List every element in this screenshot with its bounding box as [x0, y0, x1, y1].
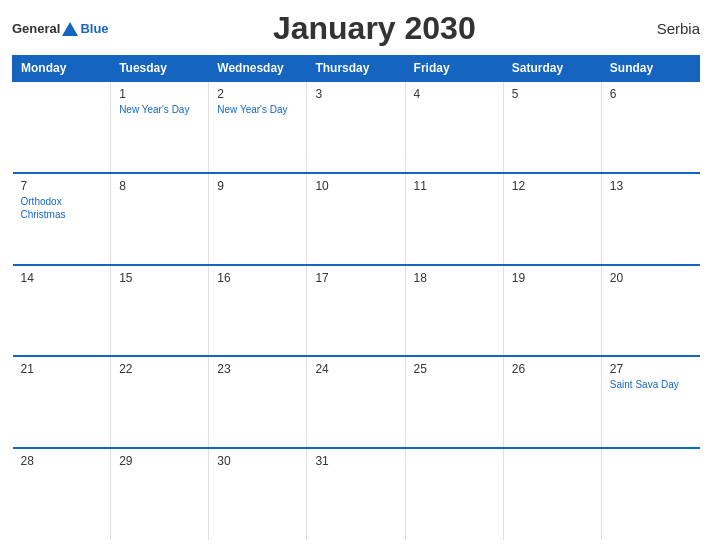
day-cell: 24 [307, 356, 405, 448]
day-number: 5 [512, 87, 593, 101]
day-number: 12 [512, 179, 593, 193]
day-number: 10 [315, 179, 396, 193]
weekday-header-friday: Friday [405, 56, 503, 82]
day-number: 27 [610, 362, 692, 376]
weekday-header-row: MondayTuesdayWednesdayThursdayFridaySatu… [13, 56, 700, 82]
day-number: 11 [414, 179, 495, 193]
day-cell [503, 448, 601, 540]
day-cell: 5 [503, 81, 601, 173]
day-number: 31 [315, 454, 396, 468]
day-cell: 23 [209, 356, 307, 448]
logo-triangle-icon [62, 22, 78, 36]
weekday-header-tuesday: Tuesday [111, 56, 209, 82]
week-row-2: 14151617181920 [13, 265, 700, 357]
country-name: Serbia [640, 20, 700, 37]
day-number: 7 [21, 179, 103, 193]
day-number: 2 [217, 87, 298, 101]
day-number: 17 [315, 271, 396, 285]
day-number: 13 [610, 179, 692, 193]
day-cell: 31 [307, 448, 405, 540]
header: General Blue January 2030 Serbia [12, 10, 700, 47]
day-cell: 9 [209, 173, 307, 265]
weekday-header-sunday: Sunday [601, 56, 699, 82]
day-number: 3 [315, 87, 396, 101]
day-cell: 8 [111, 173, 209, 265]
day-cell: 20 [601, 265, 699, 357]
day-number: 16 [217, 271, 298, 285]
day-cell: 7Orthodox Christmas [13, 173, 111, 265]
day-cell: 18 [405, 265, 503, 357]
calendar-container: General Blue January 2030 Serbia MondayT… [0, 0, 712, 550]
day-cell: 11 [405, 173, 503, 265]
weekday-header-thursday: Thursday [307, 56, 405, 82]
logo-general-text: General [12, 21, 60, 36]
logo-blue-text: Blue [80, 21, 108, 36]
week-row-4: 28293031 [13, 448, 700, 540]
day-number: 15 [119, 271, 200, 285]
day-number: 23 [217, 362, 298, 376]
week-row-3: 21222324252627Saint Sava Day [13, 356, 700, 448]
day-cell: 26 [503, 356, 601, 448]
day-cell: 29 [111, 448, 209, 540]
calendar-table: MondayTuesdayWednesdayThursdayFridaySatu… [12, 55, 700, 540]
day-cell: 13 [601, 173, 699, 265]
day-number: 19 [512, 271, 593, 285]
logo: General Blue [12, 21, 109, 36]
day-number: 24 [315, 362, 396, 376]
holiday-name: New Year's Day [119, 103, 200, 116]
day-number: 9 [217, 179, 298, 193]
day-cell: 28 [13, 448, 111, 540]
day-number: 22 [119, 362, 200, 376]
day-number: 29 [119, 454, 200, 468]
holiday-name: Saint Sava Day [610, 378, 692, 391]
day-cell: 15 [111, 265, 209, 357]
day-number: 25 [414, 362, 495, 376]
day-cell: 1New Year's Day [111, 81, 209, 173]
day-cell: 6 [601, 81, 699, 173]
day-number: 18 [414, 271, 495, 285]
day-cell: 4 [405, 81, 503, 173]
day-number: 30 [217, 454, 298, 468]
day-cell: 22 [111, 356, 209, 448]
day-cell: 27Saint Sava Day [601, 356, 699, 448]
day-cell: 17 [307, 265, 405, 357]
day-number: 4 [414, 87, 495, 101]
day-number: 20 [610, 271, 692, 285]
day-number: 21 [21, 362, 103, 376]
day-cell: 3 [307, 81, 405, 173]
day-cell [405, 448, 503, 540]
day-number: 6 [610, 87, 692, 101]
day-cell: 25 [405, 356, 503, 448]
day-cell: 19 [503, 265, 601, 357]
day-cell [13, 81, 111, 173]
weekday-header-wednesday: Wednesday [209, 56, 307, 82]
day-cell [601, 448, 699, 540]
day-cell: 30 [209, 448, 307, 540]
week-row-0: 1New Year's Day2New Year's Day3456 [13, 81, 700, 173]
day-cell: 16 [209, 265, 307, 357]
calendar-title: January 2030 [109, 10, 640, 47]
day-number: 14 [21, 271, 103, 285]
holiday-name: New Year's Day [217, 103, 298, 116]
day-cell: 12 [503, 173, 601, 265]
holiday-name: Orthodox Christmas [21, 195, 103, 221]
day-number: 26 [512, 362, 593, 376]
weekday-header-saturday: Saturday [503, 56, 601, 82]
day-cell: 2New Year's Day [209, 81, 307, 173]
day-cell: 14 [13, 265, 111, 357]
day-number: 28 [21, 454, 103, 468]
week-row-1: 7Orthodox Christmas8910111213 [13, 173, 700, 265]
day-cell: 10 [307, 173, 405, 265]
weekday-header-monday: Monday [13, 56, 111, 82]
day-number: 1 [119, 87, 200, 101]
day-number: 8 [119, 179, 200, 193]
day-cell: 21 [13, 356, 111, 448]
